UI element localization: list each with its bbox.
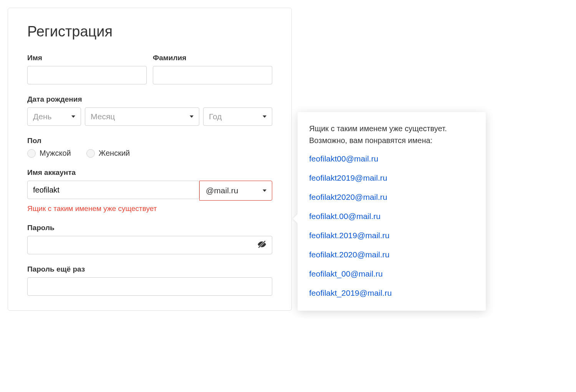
- month-select[interactable]: Месяц: [85, 107, 199, 126]
- chevron-down-icon: [263, 115, 266, 118]
- password-repeat-input[interactable]: [27, 277, 272, 296]
- gender-male-radio[interactable]: Мужской: [27, 149, 71, 158]
- password-input[interactable]: [27, 236, 272, 254]
- popup-line2: Возможно, вам понравятся имена:: [309, 136, 432, 145]
- password-label: Пароль: [27, 224, 272, 232]
- gender-label: Пол: [27, 137, 272, 145]
- suggestion-link[interactable]: feofilakt.00@mail.ru: [309, 212, 474, 221]
- chevron-down-icon: [71, 115, 75, 118]
- suggestion-link[interactable]: feofilakt_00@mail.ru: [309, 269, 474, 278]
- year-select[interactable]: Год: [203, 107, 272, 126]
- gender-male-label: Мужской: [40, 149, 71, 158]
- popup-message: Ящик с таким именем уже существует. Возм…: [309, 123, 474, 147]
- registration-form: Регистрация Имя Фамилия Дата рождения Де…: [8, 8, 292, 311]
- radio-icon: [86, 149, 95, 158]
- suggestion-link[interactable]: feofilakt.2019@mail.ru: [309, 231, 474, 240]
- firstname-input[interactable]: [27, 66, 147, 84]
- account-error-message: Ящик с таким именем уже существует: [27, 204, 272, 213]
- account-input[interactable]: [27, 181, 199, 199]
- gender-female-radio[interactable]: Женский: [86, 149, 130, 158]
- radio-icon: [27, 149, 36, 158]
- chevron-down-icon: [190, 115, 194, 118]
- password-repeat-label: Пароль ещё раз: [27, 265, 272, 273]
- suggestion-link[interactable]: feofilakt.2020@mail.ru: [309, 250, 474, 259]
- firstname-label: Имя: [27, 54, 147, 62]
- account-label: Имя аккаунта: [27, 168, 272, 177]
- suggestion-link[interactable]: feofilakt00@mail.ru: [309, 154, 474, 163]
- suggestion-link[interactable]: feofilakt2019@mail.ru: [309, 173, 474, 183]
- eye-off-icon[interactable]: [257, 239, 267, 251]
- dob-label: Дата рождения: [27, 95, 272, 104]
- domain-select[interactable]: @mail.ru: [199, 181, 272, 201]
- gender-female-label: Женский: [99, 149, 130, 158]
- month-placeholder: Месяц: [91, 112, 115, 121]
- lastname-input[interactable]: [153, 66, 272, 84]
- suggestion-link[interactable]: feofilakt2020@mail.ru: [309, 193, 474, 202]
- year-placeholder: Год: [209, 112, 222, 121]
- day-placeholder: День: [33, 112, 51, 121]
- day-select[interactable]: День: [27, 107, 81, 126]
- popup-line1: Ящик с таким именем уже существует.: [309, 124, 447, 133]
- domain-value: @mail.ru: [206, 186, 238, 195]
- lastname-label: Фамилия: [153, 54, 272, 62]
- chevron-down-icon: [263, 189, 266, 192]
- suggestion-link[interactable]: feofilakt_2019@mail.ru: [309, 288, 474, 298]
- suggestions-popup: Ящик с таким именем уже существует. Возм…: [298, 112, 486, 311]
- page-title: Регистрация: [27, 23, 272, 40]
